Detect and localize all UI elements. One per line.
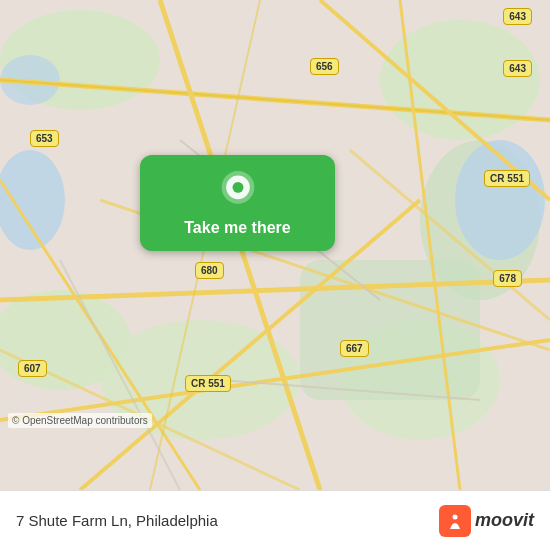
svg-point-30	[232, 182, 243, 193]
location-pin-icon	[218, 171, 258, 211]
map-container: 643 643 656 653 CR 551 680 678 667 607 C…	[0, 0, 550, 490]
road-badge-607: 607	[18, 360, 47, 377]
moovit-icon	[439, 505, 471, 537]
road-badge-653: 653	[30, 130, 59, 147]
road-badge-667: 667	[340, 340, 369, 357]
road-badge-680: 680	[195, 262, 224, 279]
take-me-there-label: Take me there	[184, 219, 290, 237]
road-badge-656: 656	[310, 58, 339, 75]
road-badge-678: 678	[493, 270, 522, 287]
moovit-logo: moovit	[439, 505, 534, 537]
road-badge-cr551-right: CR 551	[484, 170, 530, 187]
road-badge-cr551-bottom: CR 551	[185, 375, 231, 392]
map-attribution: © OpenStreetMap contributors	[8, 413, 152, 428]
road-badge-643-top: 643	[503, 8, 532, 25]
take-me-there-button[interactable]: Take me there	[140, 155, 335, 251]
bottom-bar: 7 Shute Farm Ln, Philadelphia moovit	[0, 490, 550, 550]
moovit-text: moovit	[475, 510, 534, 531]
svg-point-32	[452, 514, 457, 519]
address-text: 7 Shute Farm Ln, Philadelphia	[16, 512, 218, 529]
road-badge-643-mid: 643	[503, 60, 532, 77]
